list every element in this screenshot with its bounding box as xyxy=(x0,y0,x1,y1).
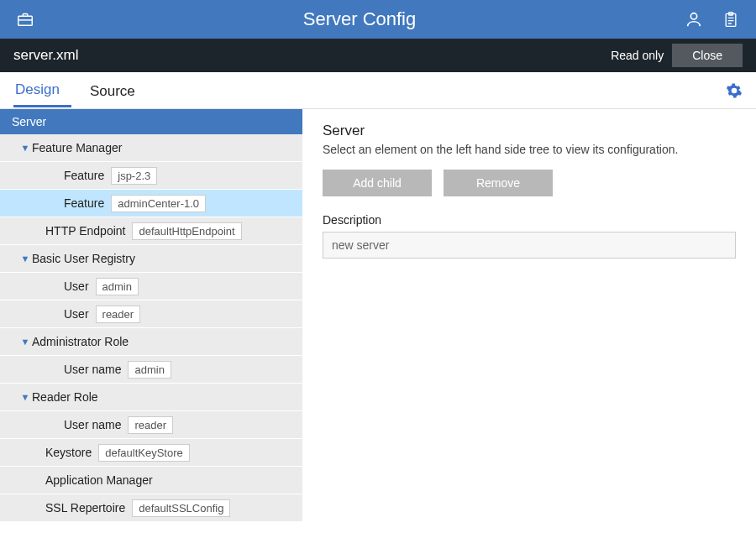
tree-label: Administrator Role xyxy=(32,335,129,348)
tree-item-ssl-repertoire[interactable]: SSL Repertoire defaultSSLConfig xyxy=(0,494,302,522)
tree-label: HTTP Endpoint xyxy=(45,224,125,238)
readonly-label: Read only xyxy=(611,49,664,62)
tree-label: User xyxy=(64,280,89,293)
caret-down-icon: ▼ xyxy=(18,337,32,347)
tree-item-user-admin[interactable]: User admin xyxy=(0,273,302,300)
tree-value-chip: defaultKeyStore xyxy=(98,444,190,462)
tab-bar: Design Source xyxy=(0,72,756,109)
caret-down-icon: ▼ xyxy=(18,143,32,153)
caret-down-icon: ▼ xyxy=(18,253,32,264)
tab-design[interactable]: Design xyxy=(13,73,71,107)
detail-heading: Server xyxy=(323,123,736,139)
tree-label: User name xyxy=(64,363,121,376)
tree-label: User xyxy=(64,307,89,321)
svg-rect-0 xyxy=(18,16,33,25)
tree-item-basic-user-registry[interactable]: ▼ Basic User Registry xyxy=(0,245,302,273)
tree-value-chip: admin xyxy=(96,278,139,295)
detail-panel: Server Select an element on the left han… xyxy=(302,109,756,559)
remove-button[interactable]: Remove xyxy=(444,170,553,196)
tree-item-administrator-role[interactable]: ▼ Administrator Role xyxy=(0,328,302,356)
close-button[interactable]: Close xyxy=(672,44,743,67)
description-label: Description xyxy=(323,213,736,227)
tree-value-chip: jsp-2.3 xyxy=(111,167,157,185)
tree-value-chip: adminCenter-1.0 xyxy=(111,195,206,212)
tree-label: Keystore xyxy=(45,446,92,459)
caret-down-icon: ▼ xyxy=(18,392,32,402)
tree-item-keystore[interactable]: Keystore defaultKeyStore xyxy=(0,439,302,467)
file-name: server.xml xyxy=(13,47,611,64)
clipboard-icon[interactable] xyxy=(719,8,743,31)
user-icon[interactable] xyxy=(682,8,706,31)
tree-item-username-reader[interactable]: User name reader xyxy=(0,411,302,439)
tree-value-chip: reader xyxy=(96,306,141,323)
tree-label: Application Manager xyxy=(45,473,153,487)
tree-item-http-endpoint[interactable]: HTTP Endpoint defaultHttpEndpoint xyxy=(0,217,302,245)
top-bar: Server Config xyxy=(0,0,756,39)
app-title: Server Config xyxy=(37,8,682,30)
svg-point-1 xyxy=(690,13,696,19)
toolbox-icon[interactable] xyxy=(13,8,37,31)
tree-label: Reader Role xyxy=(32,390,98,404)
description-input[interactable] xyxy=(323,232,736,259)
tree-value-chip: reader xyxy=(128,416,173,434)
tree-item-application-manager[interactable]: Application Manager xyxy=(0,467,302,494)
tree-panel: Server ▼ Feature Manager Feature jsp-2.3… xyxy=(0,109,302,559)
file-bar: server.xml Read only Close xyxy=(0,39,756,72)
tree-item-feature-admincenter[interactable]: Feature adminCenter-1.0 xyxy=(0,190,302,217)
tree-item-reader-role[interactable]: ▼ Reader Role xyxy=(0,384,302,411)
tree-item-feature-jsp[interactable]: Feature jsp-2.3 xyxy=(0,162,302,190)
tree-item-feature-manager[interactable]: ▼ Feature Manager xyxy=(0,134,302,162)
tree-label: SSL Repertoire xyxy=(45,501,125,515)
tree-label: Feature xyxy=(64,196,104,210)
tree-value-chip: defaultHttpEndpoint xyxy=(132,222,241,240)
add-child-button[interactable]: Add child xyxy=(323,170,432,196)
tree-root-server[interactable]: Server xyxy=(0,109,302,134)
tree-item-username-admin[interactable]: User name admin xyxy=(0,356,302,384)
tree-label: Basic User Registry xyxy=(32,252,135,265)
tree-label: Feature xyxy=(64,169,104,182)
tab-source[interactable]: Source xyxy=(88,75,147,107)
tree-value-chip: defaultSSLConfig xyxy=(132,499,230,517)
tree-label: Feature Manager xyxy=(32,141,122,154)
detail-hint: Select an element on the left hand side … xyxy=(323,143,736,156)
gear-icon[interactable] xyxy=(726,82,743,99)
tree-value-chip: admin xyxy=(128,361,171,379)
tree-label: User name xyxy=(64,418,121,431)
tree-item-user-reader[interactable]: User reader xyxy=(0,300,302,328)
